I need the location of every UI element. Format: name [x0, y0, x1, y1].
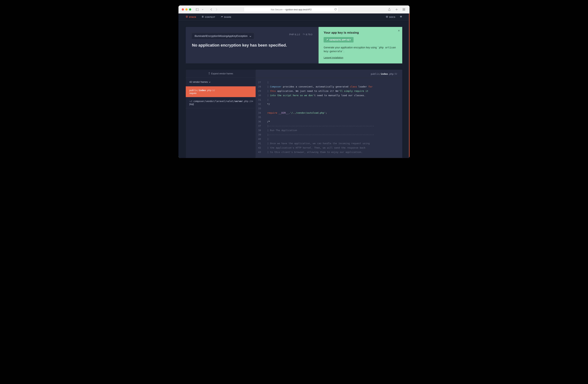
forward-button[interactable]: [214, 7, 219, 12]
exception-class: Illuminate\Encryption\MissingAppKeyExcep…: [194, 35, 248, 38]
frame-fn: [top]: [189, 103, 252, 105]
expand-vendor-label: Expand vendor frames: [211, 72, 233, 75]
line-gutter: 2728293031323334353637383940414243: [256, 78, 264, 158]
maximize-window-button[interactable]: [189, 8, 191, 11]
tab-overview-button[interactable]: [401, 7, 406, 12]
solution-title: Your app key is missing: [324, 31, 397, 35]
docs-icon: [386, 16, 388, 18]
nav-stack-label: STACK: [189, 16, 196, 18]
chevron-down-icon: [250, 35, 251, 38]
content: Illuminate\Encryption\MissingAppKeyExcep…: [178, 21, 410, 158]
wrench-icon: [326, 39, 328, 41]
svg-rect-4: [403, 10, 404, 11]
reload-icon[interactable]: [334, 8, 337, 11]
url-security-label: Not Secure —: [271, 8, 286, 11]
close-window-button[interactable]: [182, 8, 184, 11]
env-meta: PHP 8.1.0 8.79.0: [289, 33, 312, 36]
nav-share-label: SHARE: [224, 16, 231, 18]
svg-rect-5: [404, 10, 405, 11]
vendor-frames-group[interactable]: 42 vendor frames: [186, 78, 256, 86]
laravel-icon: [303, 33, 305, 36]
code-column: public/index.php:52 27282930313233343536…: [256, 70, 402, 158]
code-lines: || Composer provides a convenient, autom…: [264, 78, 402, 158]
navbar: STACK CONTEXT SHARE DOCS: [178, 13, 410, 21]
frame-fn: require: [189, 92, 252, 95]
exception-message: No application encryption key has been s…: [192, 43, 312, 48]
close-icon[interactable]: ×: [398, 29, 400, 32]
exception-card: Illuminate\Encryption\MissingAppKeyExcep…: [186, 27, 318, 63]
stack-icon: [186, 16, 188, 18]
titlebar: Not Secure — ignition-test-app.test/#F2: [178, 5, 410, 13]
code-area: 2728293031323334353637383940414243 || Co…: [256, 78, 402, 158]
gear-icon: [400, 16, 402, 19]
laravel-version: 8.79.0: [306, 33, 312, 36]
minimize-window-button[interactable]: [185, 8, 188, 11]
nav-settings[interactable]: [400, 16, 402, 19]
php-version: PHP 8.1.0: [289, 33, 300, 36]
nav-docs-label: DOCS: [389, 16, 395, 18]
solution-button-label: GENERATE APP KEY: [329, 39, 351, 41]
accent-bar: [409, 13, 410, 158]
svg-point-7: [387, 16, 387, 17]
svg-rect-0: [196, 8, 199, 11]
url-text: ignition-test-app.test/#F2: [286, 8, 312, 11]
frame-item[interactable]: ~/.composer/vendor/laravel/valet/server.…: [186, 97, 256, 108]
frames-column: Expand vendor frames 42 vendor frames pu…: [186, 70, 256, 158]
svg-rect-3: [404, 8, 405, 9]
exception-selector[interactable]: Illuminate\Encryption\MissingAppKeyExcep…: [192, 33, 254, 39]
chevron-down-icon: [209, 81, 210, 83]
nav-context[interactable]: CONTEXT: [202, 16, 215, 18]
share-icon: [221, 16, 223, 18]
svg-rect-2: [403, 8, 404, 9]
hero-row: Illuminate\Encryption\MissingAppKeyExcep…: [186, 27, 402, 63]
nav-stack[interactable]: STACK: [186, 16, 196, 18]
solution-link[interactable]: Laravel installation: [324, 56, 343, 59]
app-body: STACK CONTEXT SHARE DOCS: [178, 13, 410, 158]
frame-item-active[interactable]: public/index.php:52 require: [186, 86, 256, 97]
generate-app-key-button[interactable]: GENERATE APP KEY: [324, 37, 354, 42]
nav-docs[interactable]: DOCS: [386, 16, 395, 18]
expand-icon: [208, 72, 210, 75]
tab-dropdown-button[interactable]: [200, 7, 205, 12]
vendor-frames-count: 42 vendor frames: [189, 81, 208, 83]
solution-description: Generate your application encryption key…: [324, 46, 397, 53]
share-button[interactable]: [387, 7, 392, 12]
back-button[interactable]: [209, 7, 213, 12]
expand-vendor-frames[interactable]: Expand vendor frames: [186, 70, 256, 78]
code-header: public/index.php:52: [256, 70, 402, 78]
nav-share[interactable]: SHARE: [221, 16, 231, 18]
traffic-lights: [182, 8, 191, 11]
url-bar[interactable]: Not Secure — ignition-test-app.test/#F2: [244, 7, 338, 12]
nav-context-label: CONTEXT: [205, 16, 215, 18]
context-icon: [202, 16, 204, 18]
new-tab-button[interactable]: [394, 7, 399, 12]
solution-card: × Your app key is missing GENERATE APP K…: [318, 27, 402, 63]
stack-row: Expand vendor frames 42 vendor frames pu…: [186, 70, 402, 158]
sidebar-toggle-button[interactable]: [195, 7, 200, 12]
browser-window: Not Secure — ignition-test-app.test/#F2: [178, 5, 410, 158]
